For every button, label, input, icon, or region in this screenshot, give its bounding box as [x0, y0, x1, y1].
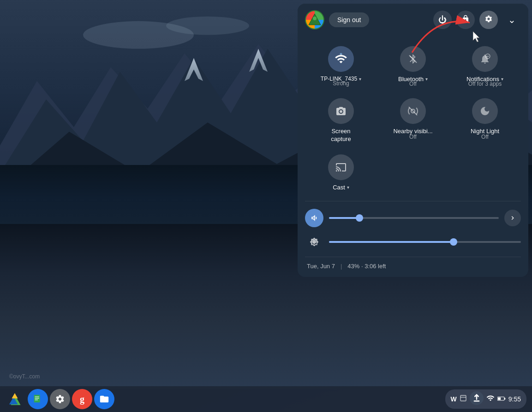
night-light-icon [472, 98, 498, 124]
watermark: ©ovyT...com [9, 373, 40, 380]
wifi-status-icon [486, 394, 495, 404]
sliders-section [298, 203, 528, 255]
taskbar-google-sheets[interactable] [28, 389, 48, 409]
tiles-grid: TP-LINK_7435 ▾ Strong Bluetooth ▾ Off [298, 36, 528, 199]
taskbar: g W [0, 386, 532, 412]
brightness-thumb [450, 238, 457, 246]
cast-tile[interactable]: Cast ▾ [305, 148, 377, 195]
volume-thumb [356, 214, 363, 222]
brightness-slider-row [305, 233, 521, 251]
avatar-image [306, 11, 323, 29]
wifi-tile-label: TP-LINK_7435 ▾ Strong [321, 76, 361, 87]
night-light-tile-label: Night Light Off [471, 128, 499, 140]
night-light-tile[interactable]: Night Light Off [449, 92, 521, 148]
power-button[interactable]: ⏻ [433, 11, 452, 29]
lock-button[interactable] [456, 11, 475, 29]
taskbar-apps: g [6, 389, 114, 409]
upload-icon [470, 391, 484, 407]
bluetooth-dropdown-icon: ▾ [425, 77, 428, 82]
notifications-tile-label: Notifications ▾ Off for 3 apps [466, 76, 503, 87]
taskbar-time: 9:55 [508, 395, 521, 403]
footer-separator: | [341, 263, 342, 270]
avatar[interactable] [305, 10, 324, 29]
settings-icon [484, 15, 493, 25]
footer-date: Tue, Jun 7 [307, 263, 335, 270]
window-icon [460, 394, 467, 404]
svg-point-2 [166, 17, 249, 35]
svg-rect-27 [498, 397, 501, 400]
collapse-button[interactable]: ⌄ [502, 11, 521, 29]
taskbar-google[interactable]: g [72, 389, 92, 409]
panel-footer: Tue, Jun 7 | 43% · 3:06 left [298, 259, 528, 277]
taskbar-google-drive[interactable] [6, 389, 26, 409]
brightness-fill [329, 241, 454, 243]
taskbar-status-area[interactable]: W [445, 389, 526, 409]
word-icon: W [451, 395, 457, 403]
bluetooth-tile-label: Bluetooth ▾ Off [398, 76, 428, 87]
bluetooth-tile[interactable]: Bluetooth ▾ Off [377, 40, 449, 92]
sign-out-button[interactable]: Sign out [329, 12, 369, 27]
cast-icon [328, 154, 354, 180]
svg-point-10 [313, 17, 317, 20]
volume-slider-row [305, 209, 521, 227]
panel-header: Sign out ⏻ ⌄ [298, 4, 528, 36]
screen-capture-icon [328, 98, 354, 124]
taskbar-right: W [445, 389, 526, 409]
cast-dropdown-icon: ▾ [347, 185, 349, 190]
notifications-tile[interactable]: Notifications ▾ Off for 3 apps [449, 40, 521, 92]
nearby-tile-label: Nearby visibi... Off [393, 128, 432, 140]
panel-divider-2 [305, 257, 521, 257]
quick-settings-panel: Sign out ⏻ ⌄ [298, 4, 528, 277]
brightness-track[interactable] [329, 241, 521, 243]
notifications-tile-icon [472, 46, 498, 72]
volume-button[interactable] [305, 209, 323, 227]
wifi-dropdown-icon: ▾ [359, 77, 361, 82]
nearby-icon [400, 98, 426, 124]
wifi-tile-icon [328, 46, 354, 72]
svg-rect-22 [460, 395, 466, 401]
cast-tile-label: Cast ▾ [333, 184, 349, 191]
screen-capture-title: Screencapture [331, 128, 351, 143]
svg-rect-28 [504, 398, 505, 400]
battery-icon [497, 395, 506, 403]
nearby-tile[interactable]: Nearby visibi... Off [377, 92, 449, 148]
bluetooth-tile-icon [400, 46, 426, 72]
svg-line-16 [409, 107, 417, 115]
volume-expand-button[interactable] [504, 210, 521, 226]
brightness-icon [305, 233, 323, 251]
svg-rect-19 [35, 397, 39, 397]
volume-fill [329, 217, 359, 219]
chevron-down-icon: ⌄ [508, 14, 516, 25]
power-icon: ⏻ [438, 15, 447, 25]
wifi-tile[interactable]: TP-LINK_7435 ▾ Strong [305, 40, 377, 92]
svg-rect-20 [35, 398, 39, 399]
panel-divider-1 [305, 201, 521, 201]
taskbar-settings[interactable] [50, 389, 70, 409]
svg-rect-12 [340, 53, 342, 55]
notifications-status: Off for 3 apps [466, 81, 503, 87]
screen-capture-tile[interactable]: Screencapture [305, 92, 377, 148]
settings-button[interactable] [479, 11, 498, 29]
cast-name: Cast [333, 184, 345, 191]
lock-icon [461, 15, 470, 25]
svg-rect-21 [35, 400, 38, 400]
footer-battery: 43% · 3:06 left [347, 263, 386, 270]
volume-track[interactable] [329, 217, 499, 219]
taskbar-files[interactable] [94, 389, 114, 409]
